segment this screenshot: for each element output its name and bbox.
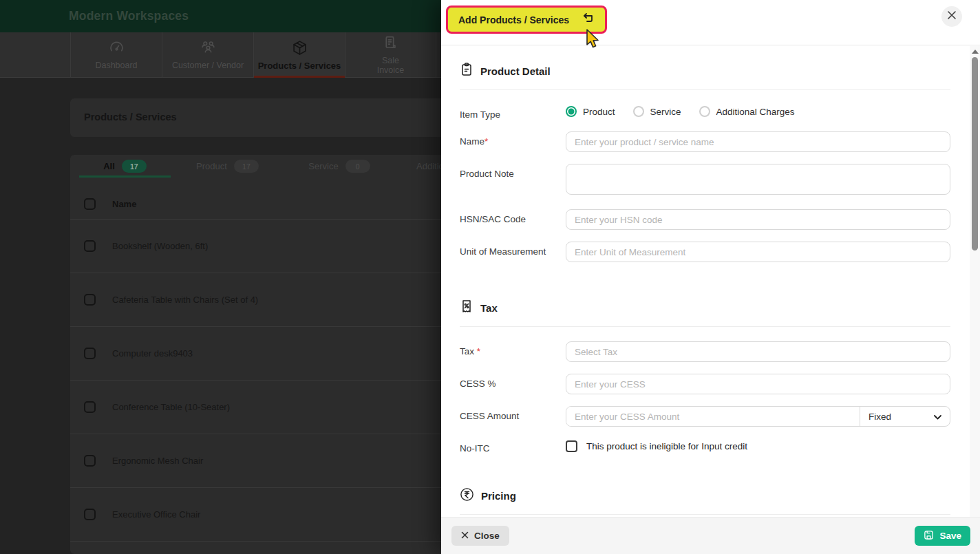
nav-tab-label: Dashboard [95,61,137,71]
drawer-close-button[interactable] [941,6,962,27]
section-title: Product Detail [480,65,551,77]
section-tax: Tax [460,299,950,317]
row-checkbox[interactable] [84,294,96,306]
radio-option-service[interactable]: Service [633,106,681,117]
field-cess-amount: CESS Amount Fixed [460,406,950,427]
app-title: Modern Workspaces [69,0,189,32]
page-title: Products / Services [84,111,177,122]
radio-label: Product [583,107,615,117]
close-button[interactable]: Close [451,526,509,546]
save-button[interactable]: Save [915,526,970,546]
count-badge: 17 [234,160,259,173]
field-label: Item Type [460,105,566,120]
row-name: Executive Office Chair [112,509,200,520]
return-arrow-icon [581,13,595,27]
row-name: Conference Table (10-Seater) [112,402,230,412]
radio-icon [699,106,710,117]
radio-icon [566,106,577,117]
filter-tab-label: Product [196,161,227,171]
save-floppy-icon [924,530,934,542]
field-unit-of-measurement: Unit of Measurement [460,242,950,262]
row-name: Computer desk9403 [112,348,193,359]
label-text: Name [460,136,484,147]
field-label: No-ITC [460,438,566,454]
users-icon [200,39,217,59]
divider [460,326,950,327]
scrollbar-thumb[interactable] [972,57,978,251]
filter-tab-label: All [103,161,115,171]
filter-tab-product[interactable]: Product 17 [171,155,284,178]
nav-tab-dashboard[interactable]: Dashboard [70,32,162,78]
nav-tabs: Dashboard Customer / Vendor Products [70,32,436,78]
drawer-footer: Close Save [441,517,980,554]
filter-tab-all[interactable]: All 17 [79,155,171,178]
row-checkbox[interactable] [84,455,96,467]
field-tax: Tax * [460,341,950,362]
screen: Modern Workspaces Dashboard Cust [0,0,980,554]
radio-label: Additional Charges [716,107,795,117]
divider [460,89,950,90]
tax-ticket-icon [460,299,473,317]
label-text: Tax [460,346,474,356]
gauge-icon [108,39,125,59]
chevron-down-icon [934,412,941,422]
row-name: Bookshelf (Wooden, 6ft) [112,241,208,251]
nav-tab-products-services[interactable]: Products / Services [253,32,345,78]
drawer-header: Add Products / Services [441,0,980,45]
row-name: Ergonomic Mesh Chair [112,456,203,466]
save-button-label: Save [939,531,961,541]
column-header-name: Name [112,199,136,209]
filter-tab-service[interactable]: Service 0 [284,155,394,178]
clipboard-icon [460,62,473,80]
drawer-scrollbar [970,46,980,517]
row-name: Cafeteria Table with Chairs (Set of 4) [112,295,258,305]
field-label: CESS Amount [460,406,566,421]
field-label: CESS % [460,374,566,389]
section-title: Pricing [481,490,516,502]
radio-label: Service [650,107,681,117]
no-itc-checkbox[interactable] [566,440,577,452]
row-checkbox[interactable] [84,240,96,252]
nav-tab-label: Products / Services [258,61,341,71]
cess-amount-input[interactable] [566,407,860,426]
checkbox-label: This product is ineligible for Input cre… [586,441,747,451]
scroll-up-arrow[interactable] [972,50,979,54]
filter-tab-label: Service [308,161,338,171]
row-checkbox[interactable] [84,401,96,413]
invoice-icon [382,34,399,54]
spacer [460,454,950,471]
field-no-itc: No-ITC This product is ineligible for In… [460,438,950,454]
row-checkbox[interactable] [84,348,96,359]
section-pricing: Pricing [460,487,950,504]
nav-tab-customer-vendor[interactable]: Customer / Vendor [162,32,253,78]
cess-amount-unit-select[interactable]: Fixed [860,407,950,426]
field-label: Tax * [460,341,566,356]
nav-tab-sale-invoice[interactable]: Sale Invoice [345,32,436,78]
field-item-type: Item Type Product Service Additional Cha… [460,105,950,120]
add-products-services-title-button[interactable]: Add Products / Services [446,6,607,34]
required-asterisk: * [477,346,480,356]
unit-of-measurement-input[interactable] [566,242,950,262]
radio-option-product[interactable]: Product [566,106,615,117]
package-icon [291,39,308,59]
selected-unit: Fixed [869,412,891,422]
divider [460,514,950,515]
tax-select-input[interactable] [566,341,950,362]
drawer-title: Add Products / Services [458,14,569,25]
field-label: Product Note [460,164,566,179]
item-type-radio-group: Product Service Additional Charges [566,105,950,117]
product-note-textarea[interactable] [566,164,950,195]
field-label: Unit of Measurement [460,242,566,257]
cess-amount-group: Fixed [566,406,950,427]
hsn-code-input[interactable] [566,209,950,230]
spacer [460,262,950,283]
required-asterisk: * [484,136,488,147]
close-icon [947,10,957,23]
no-itc-checkbox-row[interactable]: This product is ineligible for Input cre… [566,438,950,452]
name-input[interactable] [566,131,950,152]
select-all-checkbox[interactable] [84,198,96,210]
radio-option-additional-charges[interactable]: Additional Charges [699,106,795,117]
row-checkbox[interactable] [84,509,96,520]
field-name: Name* [460,131,950,152]
cess-percent-input[interactable] [566,374,950,394]
